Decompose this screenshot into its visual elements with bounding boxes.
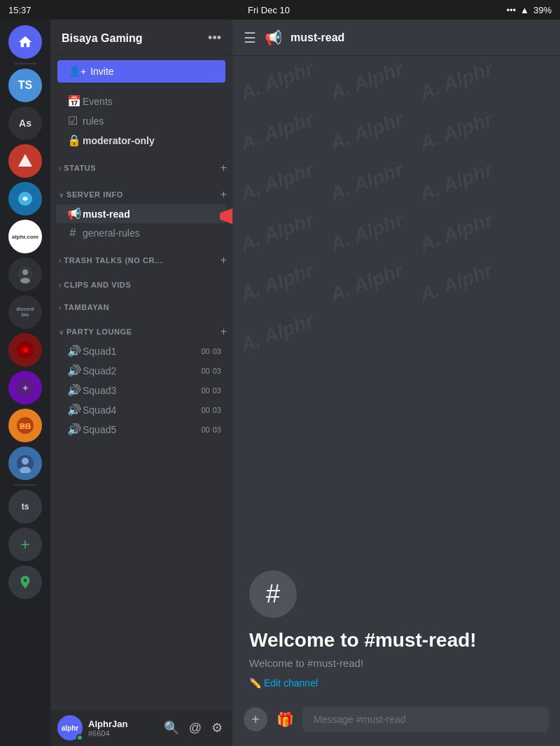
events-channel-name: Events xyxy=(83,96,221,107)
squad3-badge: 0003 xyxy=(202,386,222,395)
must-read-channel-name: must-read xyxy=(83,209,221,220)
welcome-section: # Welcome to #must-read! Welcome to #mus… xyxy=(232,554,560,700)
svg-marker-0 xyxy=(18,154,32,167)
add-server-button[interactable]: + xyxy=(8,528,42,561)
mention-user-button[interactable]: @ xyxy=(186,718,204,738)
server-icon-ts[interactable]: TS xyxy=(8,69,42,102)
server-options-button[interactable]: ••• xyxy=(208,31,221,45)
rules-channel-name: rules xyxy=(83,115,221,127)
category-trash-talks[interactable]: › TRASH TALKS (NO CR... + xyxy=(50,243,232,269)
server-icon-discordbio[interactable]: discordbio xyxy=(8,295,42,329)
squad2-name: Squad2 xyxy=(83,365,197,376)
category-party-lounge[interactable]: ∨ PARTY LOUNGE + xyxy=(50,314,232,341)
welcome-description: Welcome to #must-read! xyxy=(249,657,543,669)
battery-icon: 39% xyxy=(533,5,552,15)
mod-icon: 🔒 xyxy=(67,134,78,147)
channel-item-events[interactable]: 📅 Events xyxy=(56,92,227,111)
server-icon-ts-bottom[interactable]: ts xyxy=(8,490,42,523)
server-info-arrow-icon: ∨ xyxy=(59,191,64,199)
discover-server-button[interactable] xyxy=(8,565,42,599)
channel-header-announcement-icon: 📢 xyxy=(265,29,282,46)
server-divider-2 xyxy=(14,484,36,486)
user-controls: 🔍 @ ⚙ xyxy=(161,717,225,738)
server-name: Bisaya Gaming xyxy=(62,32,143,45)
channel-item-moderator[interactable]: 🔒 moderator-only xyxy=(56,131,227,150)
channel-header: ☰ 📢 must-read xyxy=(232,20,560,56)
category-server-info[interactable]: ∨ SERVER INFO + xyxy=(50,177,232,204)
hamburger-icon[interactable]: ☰ xyxy=(244,29,256,46)
voice-icon-squad4: 🔊 xyxy=(67,403,78,416)
app-body: TS As alphr.com discordbio ★ ✦ BGPH ts + xyxy=(0,20,560,746)
squad2-badge: 0003 xyxy=(202,367,222,375)
category-status[interactable]: › STATUS + xyxy=(50,150,232,177)
status-date: Fri Dec 10 xyxy=(248,5,290,15)
server-icon-blue[interactable] xyxy=(8,182,42,216)
server-icon-dark[interactable] xyxy=(8,258,42,291)
voice-channel-squad3[interactable]: 🔊 Squad3 0003 xyxy=(56,381,227,400)
voice-channel-squad2[interactable]: 🔊 Squad2 0003 xyxy=(56,361,227,380)
server-icon-orange[interactable]: BGPH xyxy=(8,409,42,442)
clips-category-label: CLIPS AND VIDS xyxy=(64,281,227,289)
wifi-icon: ▲ xyxy=(520,5,529,15)
server-icon-red[interactable] xyxy=(8,144,42,178)
edit-channel-link[interactable]: ✏️ Edit channel xyxy=(249,677,543,689)
voice-icon-squad3: 🔊 xyxy=(67,383,78,397)
hash-icon-general: # xyxy=(67,227,78,239)
channel-item-rules[interactable]: ☑ rules xyxy=(56,111,227,130)
trash-category-label: TRASH TALKS (NO CR... xyxy=(64,256,217,265)
squad4-name: Squad4 xyxy=(83,404,197,416)
server-icon-purple[interactable]: ✦ xyxy=(8,371,42,404)
category-clips[interactable]: › CLIPS AND VIDS xyxy=(50,269,232,292)
events-icon: 📅 xyxy=(67,94,78,108)
user-area: alphr AlphrJan #6604 🔍 @ ⚙ xyxy=(50,710,232,746)
server-info-add-icon[interactable]: + xyxy=(220,188,227,201)
server-divider xyxy=(14,63,36,64)
user-info: AlphrJan #6604 xyxy=(88,719,155,738)
category-tambayan[interactable]: › TAMBAYAN xyxy=(50,292,232,314)
party-category-label: PARTY LOUNGE xyxy=(66,328,218,336)
status-category-label: STATUS xyxy=(64,164,217,172)
voice-channel-squad1[interactable]: 🔊 Squad1 0003 xyxy=(56,342,227,360)
server-icon-darkred[interactable]: ★ xyxy=(8,333,42,367)
message-input-area: + 🎁 xyxy=(232,700,560,746)
pencil-icon: ✏️ xyxy=(249,677,261,689)
announcement-icon: 📢 xyxy=(67,207,78,220)
message-input[interactable] xyxy=(302,707,549,732)
edit-channel-label: Edit channel xyxy=(264,677,318,689)
tambayan-category-label: TAMBAYAN xyxy=(64,303,227,311)
channel-item-general-rules[interactable]: # general-rules xyxy=(56,224,227,242)
server-icon-as[interactable]: As xyxy=(8,106,42,140)
server-icon-alphr[interactable]: alphr.com xyxy=(8,220,42,253)
channel-list: 📅 Events ☑ rules 🔒 moderator-only › STAT… xyxy=(50,88,232,710)
status-arrow-icon: › xyxy=(59,164,61,172)
chat-area: A. Alphr A. Alphr A. Alphr A. Alphr A. A… xyxy=(232,56,560,700)
search-user-button[interactable]: 🔍 xyxy=(161,717,182,738)
server-icon-home[interactable] xyxy=(8,25,42,59)
trash-add-icon[interactable]: + xyxy=(220,254,227,267)
voice-channel-squad5[interactable]: 🔊 Squad5 0003 xyxy=(56,420,227,439)
status-add-icon[interactable]: + xyxy=(220,162,227,174)
channel-item-must-read[interactable]: 📢 must-read xyxy=(56,204,227,223)
rules-icon: ☑ xyxy=(67,114,78,127)
voice-channel-squad4[interactable]: 🔊 Squad4 0003 xyxy=(56,400,227,419)
dots-icon: ••• xyxy=(506,5,516,15)
online-dot xyxy=(76,734,83,741)
squad5-name: Squad5 xyxy=(83,424,197,435)
welcome-hash-icon: # xyxy=(249,570,297,618)
settings-button[interactable]: ⚙ xyxy=(209,717,225,738)
server-list: TS As alphr.com discordbio ★ ✦ BGPH ts + xyxy=(0,20,50,746)
username-label: AlphrJan xyxy=(88,719,155,729)
voice-icon-squad1: 🔊 xyxy=(67,344,78,358)
voice-icon-squad5: 🔊 xyxy=(67,423,78,436)
squad3-name: Squad3 xyxy=(83,385,197,396)
squad5-badge: 0003 xyxy=(202,425,222,434)
party-add-icon[interactable]: + xyxy=(220,325,227,338)
status-time: 15:37 xyxy=(8,5,31,15)
invite-button[interactable]: 👤+ Invite xyxy=(57,60,225,83)
message-add-button[interactable]: + xyxy=(244,708,267,731)
message-gift-button[interactable]: 🎁 xyxy=(273,708,297,731)
user-tag-label: #6604 xyxy=(88,729,155,738)
svg-point-3 xyxy=(22,269,28,275)
svg-text:✦: ✦ xyxy=(22,383,29,393)
server-icon-profile[interactable] xyxy=(8,446,42,480)
